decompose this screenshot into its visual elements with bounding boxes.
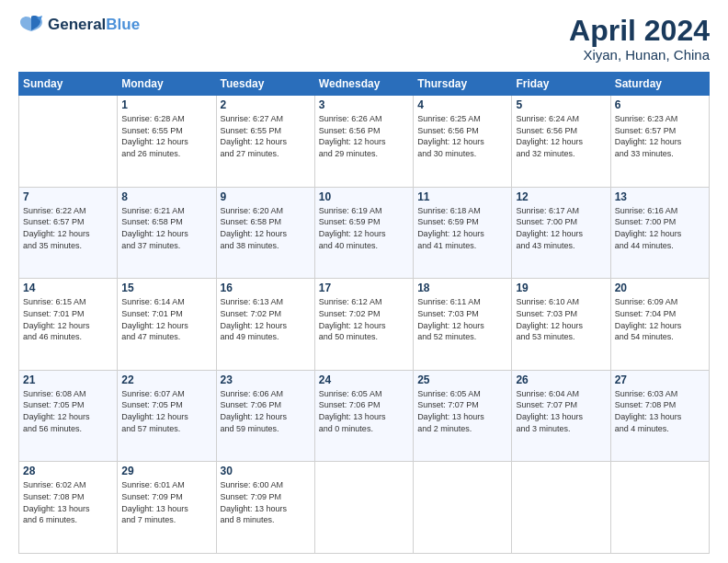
table-row: 11Sunrise: 6:18 AMSunset: 6:59 PMDayligh…	[414, 187, 512, 279]
table-row: 12Sunrise: 6:17 AMSunset: 7:00 PMDayligh…	[512, 187, 610, 279]
day-info: Sunrise: 6:21 AMSunset: 6:58 PMDaylight:…	[121, 205, 211, 251]
day-info: Sunrise: 6:04 AMSunset: 7:07 PMDaylight:…	[516, 388, 606, 434]
logo-text: GeneralBlue	[48, 17, 140, 34]
day-info: Sunrise: 6:26 AMSunset: 6:56 PMDaylight:…	[319, 113, 409, 159]
day-number: 19	[516, 282, 606, 294]
table-row: 25Sunrise: 6:05 AMSunset: 7:07 PMDayligh…	[414, 370, 512, 462]
day-number: 5	[516, 98, 606, 111]
table-row: 20Sunrise: 6:09 AMSunset: 7:04 PMDayligh…	[610, 279, 709, 371]
col-wednesday: Wednesday	[314, 73, 413, 96]
col-tuesday: Tuesday	[216, 73, 314, 96]
day-info: Sunrise: 6:28 AMSunset: 6:55 PMDaylight:…	[121, 113, 211, 159]
col-saturday: Saturday	[610, 73, 709, 96]
day-info: Sunrise: 6:24 AMSunset: 6:56 PMDaylight:…	[516, 113, 606, 159]
logo-icon	[18, 15, 44, 35]
day-info: Sunrise: 6:14 AMSunset: 7:01 PMDaylight:…	[121, 296, 211, 342]
table-row: 30Sunrise: 6:00 AMSunset: 7:09 PMDayligh…	[216, 462, 314, 554]
table-row: 7Sunrise: 6:22 AMSunset: 6:57 PMDaylight…	[19, 187, 118, 279]
sub-title: Xiyan, Hunan, China	[569, 47, 710, 63]
day-number: 6	[615, 98, 705, 111]
calendar-week-4: 28Sunrise: 6:02 AMSunset: 7:08 PMDayligh…	[19, 462, 710, 554]
day-number: 1	[121, 98, 211, 111]
col-thursday: Thursday	[414, 73, 512, 96]
day-number: 15	[121, 282, 211, 294]
day-number: 22	[121, 373, 211, 386]
table-row: 26Sunrise: 6:04 AMSunset: 7:07 PMDayligh…	[512, 370, 610, 462]
col-sunday: Sunday	[19, 73, 118, 96]
table-row: 17Sunrise: 6:12 AMSunset: 7:02 PMDayligh…	[314, 279, 413, 371]
calendar-table: Sunday Monday Tuesday Wednesday Thursday…	[18, 72, 710, 554]
day-number: 4	[417, 98, 507, 111]
day-number: 25	[417, 373, 507, 386]
main-title: April 2024	[569, 15, 710, 47]
day-number: 27	[615, 373, 705, 386]
day-number: 9	[221, 190, 311, 203]
table-row: 3Sunrise: 6:26 AMSunset: 6:56 PMDaylight…	[314, 96, 413, 188]
day-number: 17	[319, 282, 409, 294]
day-info: Sunrise: 6:25 AMSunset: 6:56 PMDaylight:…	[417, 113, 507, 159]
title-block: April 2024 Xiyan, Hunan, China	[569, 15, 710, 63]
day-number: 29	[121, 465, 211, 477]
calendar-week-0: 1Sunrise: 6:28 AMSunset: 6:55 PMDaylight…	[19, 96, 710, 188]
day-info: Sunrise: 6:23 AMSunset: 6:57 PMDaylight:…	[615, 113, 705, 159]
header: GeneralBlue April 2024 Xiyan, Hunan, Chi…	[18, 15, 710, 63]
day-info: Sunrise: 6:13 AMSunset: 7:02 PMDaylight:…	[221, 296, 311, 342]
day-number: 13	[615, 190, 705, 203]
day-info: Sunrise: 6:20 AMSunset: 6:58 PMDaylight:…	[221, 205, 311, 251]
logo: GeneralBlue	[18, 15, 140, 35]
page: GeneralBlue April 2024 Xiyan, Hunan, Chi…	[0, 0, 728, 563]
table-row: 27Sunrise: 6:03 AMSunset: 7:08 PMDayligh…	[610, 370, 709, 462]
day-number: 30	[221, 465, 311, 477]
day-info: Sunrise: 6:09 AMSunset: 7:04 PMDaylight:…	[615, 296, 705, 342]
day-info: Sunrise: 6:01 AMSunset: 7:09 PMDaylight:…	[121, 479, 211, 525]
table-row: 18Sunrise: 6:11 AMSunset: 7:03 PMDayligh…	[414, 279, 512, 371]
day-info: Sunrise: 6:07 AMSunset: 7:05 PMDaylight:…	[121, 388, 211, 434]
day-info: Sunrise: 6:18 AMSunset: 6:59 PMDaylight:…	[417, 205, 507, 251]
day-info: Sunrise: 6:03 AMSunset: 7:08 PMDaylight:…	[615, 388, 705, 434]
day-info: Sunrise: 6:05 AMSunset: 7:06 PMDaylight:…	[319, 388, 409, 434]
day-number: 24	[319, 373, 409, 386]
col-friday: Friday	[512, 73, 610, 96]
table-row: 10Sunrise: 6:19 AMSunset: 6:59 PMDayligh…	[314, 187, 413, 279]
day-info: Sunrise: 6:12 AMSunset: 7:02 PMDaylight:…	[319, 296, 409, 342]
table-row: 21Sunrise: 6:08 AMSunset: 7:05 PMDayligh…	[19, 370, 118, 462]
table-row: 24Sunrise: 6:05 AMSunset: 7:06 PMDayligh…	[314, 370, 413, 462]
day-info: Sunrise: 6:10 AMSunset: 7:03 PMDaylight:…	[516, 296, 606, 342]
day-info: Sunrise: 6:16 AMSunset: 7:00 PMDaylight:…	[615, 205, 705, 251]
calendar-week-1: 7Sunrise: 6:22 AMSunset: 6:57 PMDaylight…	[19, 187, 710, 279]
calendar-week-3: 21Sunrise: 6:08 AMSunset: 7:05 PMDayligh…	[19, 370, 710, 462]
table-row: 16Sunrise: 6:13 AMSunset: 7:02 PMDayligh…	[216, 279, 314, 371]
day-info: Sunrise: 6:05 AMSunset: 7:07 PMDaylight:…	[417, 388, 507, 434]
col-monday: Monday	[118, 73, 216, 96]
day-number: 2	[221, 98, 311, 111]
table-row: 4Sunrise: 6:25 AMSunset: 6:56 PMDaylight…	[414, 96, 512, 188]
day-info: Sunrise: 6:15 AMSunset: 7:01 PMDaylight:…	[23, 296, 113, 342]
day-number: 16	[221, 282, 311, 294]
day-info: Sunrise: 6:02 AMSunset: 7:08 PMDaylight:…	[23, 479, 113, 525]
table-row: 19Sunrise: 6:10 AMSunset: 7:03 PMDayligh…	[512, 279, 610, 371]
day-number: 11	[417, 190, 507, 203]
day-number: 23	[221, 373, 311, 386]
day-info: Sunrise: 6:11 AMSunset: 7:03 PMDaylight:…	[417, 296, 507, 342]
table-row: 6Sunrise: 6:23 AMSunset: 6:57 PMDaylight…	[610, 96, 709, 188]
table-row: 29Sunrise: 6:01 AMSunset: 7:09 PMDayligh…	[118, 462, 216, 554]
day-number: 14	[23, 282, 113, 294]
day-info: Sunrise: 6:00 AMSunset: 7:09 PMDaylight:…	[221, 479, 311, 525]
table-row	[512, 462, 610, 554]
day-info: Sunrise: 6:27 AMSunset: 6:55 PMDaylight:…	[221, 113, 311, 159]
table-row: 14Sunrise: 6:15 AMSunset: 7:01 PMDayligh…	[19, 279, 118, 371]
table-row	[610, 462, 709, 554]
day-info: Sunrise: 6:22 AMSunset: 6:57 PMDaylight:…	[23, 205, 113, 251]
table-row: 23Sunrise: 6:06 AMSunset: 7:06 PMDayligh…	[216, 370, 314, 462]
calendar-header-row: Sunday Monday Tuesday Wednesday Thursday…	[19, 73, 710, 96]
table-row	[314, 462, 413, 554]
day-number: 28	[23, 465, 113, 477]
day-number: 10	[319, 190, 409, 203]
day-number: 8	[121, 190, 211, 203]
table-row	[414, 462, 512, 554]
table-row: 1Sunrise: 6:28 AMSunset: 6:55 PMDaylight…	[118, 96, 216, 188]
day-number: 21	[23, 373, 113, 386]
day-info: Sunrise: 6:06 AMSunset: 7:06 PMDaylight:…	[221, 388, 311, 434]
table-row: 5Sunrise: 6:24 AMSunset: 6:56 PMDaylight…	[512, 96, 610, 188]
table-row: 13Sunrise: 6:16 AMSunset: 7:00 PMDayligh…	[610, 187, 709, 279]
